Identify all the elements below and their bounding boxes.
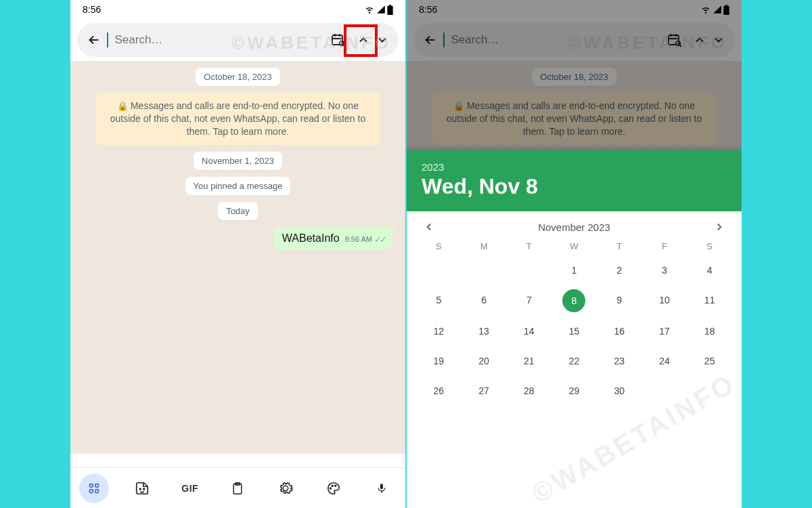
calendar-day[interactable]: 12 bbox=[416, 320, 461, 342]
message-text: WABetaInfo bbox=[282, 232, 340, 245]
svg-point-9 bbox=[143, 488, 145, 490]
next-month-button[interactable] bbox=[713, 221, 725, 233]
calendar-day[interactable]: 25 bbox=[687, 350, 732, 372]
calendar-day[interactable]: 28 bbox=[506, 380, 551, 402]
chat-area: October 18, 2023 🔒 Messages and calls ar… bbox=[70, 61, 405, 454]
calendar-day[interactable]: 11 bbox=[687, 289, 732, 312]
system-message: You pinned a message bbox=[185, 177, 291, 195]
clipboard-button[interactable] bbox=[223, 473, 252, 503]
svg-point-7 bbox=[95, 489, 99, 492]
grid-icon bbox=[87, 482, 101, 495]
date-picker-nav: November 2023 bbox=[407, 211, 742, 237]
date-separator: October 18, 2023 bbox=[196, 68, 279, 86]
calendar-day[interactable]: 18 bbox=[687, 320, 732, 342]
date-separator: Today bbox=[218, 202, 258, 220]
calendar-day[interactable]: 6 bbox=[461, 289, 507, 312]
search-input[interactable] bbox=[115, 33, 321, 47]
message-outgoing[interactable]: WABetaInfo 8:56 AM ✓✓ bbox=[274, 227, 392, 250]
wifi-icon bbox=[364, 5, 375, 14]
read-ticks-icon: ✓✓ bbox=[374, 234, 385, 245]
theme-button[interactable] bbox=[319, 473, 348, 503]
encryption-notice[interactable]: 🔒 Messages and calls are end-to-end encr… bbox=[96, 93, 380, 145]
chevron-up-icon bbox=[357, 33, 370, 47]
calendar-search-icon bbox=[330, 32, 346, 48]
phone-left: 8:56 bbox=[70, 0, 405, 508]
prev-month-button[interactable] bbox=[423, 221, 435, 233]
svg-point-12 bbox=[330, 488, 331, 489]
svg-point-14 bbox=[335, 485, 336, 486]
calendar-day[interactable]: 16 bbox=[597, 320, 642, 342]
date-picker-selected[interactable]: Wed, Nov 8 bbox=[422, 174, 727, 199]
back-button[interactable] bbox=[87, 33, 102, 47]
calendar-day[interactable]: 17 bbox=[642, 320, 687, 342]
calendar-day[interactable]: 27 bbox=[461, 380, 507, 402]
calendar-day[interactable]: 1 bbox=[551, 259, 597, 281]
svg-rect-1 bbox=[389, 5, 391, 6]
date-separator: November 1, 2023 bbox=[194, 152, 282, 170]
status-bar: 8:56 bbox=[70, 0, 405, 19]
gear-icon bbox=[278, 481, 293, 496]
calendar-day-selected[interactable]: 8 bbox=[562, 289, 585, 312]
calendar-day[interactable]: 21 bbox=[506, 350, 551, 372]
mic-icon bbox=[376, 481, 387, 496]
phone-right: 8:56 bbox=[407, 0, 742, 508]
day-of-week: W bbox=[551, 241, 597, 251]
calendar-day[interactable]: 20 bbox=[461, 350, 507, 372]
calendar-day[interactable]: 2 bbox=[597, 259, 642, 281]
encryption-text: Messages and calls are end-to-end encryp… bbox=[110, 100, 365, 137]
battery-icon bbox=[387, 5, 393, 15]
search-bar bbox=[77, 23, 399, 57]
bottom-toolbar: GIF bbox=[70, 467, 405, 508]
calendar-grid: SMTWTFS...123456789101112131415161718192… bbox=[407, 237, 742, 408]
date-picker-header: 2023 Wed, Nov 8 bbox=[407, 150, 742, 211]
sticker-button[interactable] bbox=[127, 473, 157, 503]
sticker-icon bbox=[135, 481, 150, 496]
calendar-day[interactable]: 26 bbox=[416, 380, 461, 402]
settings-button[interactable] bbox=[271, 473, 300, 503]
calendar-day[interactable]: 22 bbox=[551, 350, 597, 372]
calendar-day[interactable]: 4 bbox=[687, 259, 732, 281]
date-picker-year[interactable]: 2023 bbox=[422, 161, 727, 173]
svg-point-13 bbox=[332, 485, 333, 486]
calendar-day[interactable]: 3 bbox=[642, 259, 687, 281]
calendar-day[interactable]: 19 bbox=[416, 350, 461, 372]
calendar-search-button[interactable] bbox=[325, 27, 351, 53]
day-of-week: F bbox=[642, 241, 687, 251]
message-time: 8:56 AM bbox=[345, 235, 372, 243]
message-meta: 8:56 AM ✓✓ bbox=[345, 234, 385, 245]
svg-point-6 bbox=[90, 489, 93, 492]
clock: 8:56 bbox=[83, 4, 101, 15]
svg-point-4 bbox=[90, 484, 93, 487]
day-of-week: T bbox=[597, 241, 642, 251]
calendar-day[interactable]: 30 bbox=[597, 380, 642, 402]
calendar-day[interactable]: 24 bbox=[642, 350, 687, 372]
day-of-week: S bbox=[416, 241, 461, 251]
mic-button[interactable] bbox=[367, 473, 397, 503]
gif-button[interactable]: GIF bbox=[175, 473, 205, 503]
svg-rect-2 bbox=[332, 35, 342, 45]
status-icons bbox=[364, 5, 393, 15]
emoji-button[interactable] bbox=[79, 473, 109, 503]
calendar-day[interactable]: 9 bbox=[597, 289, 642, 312]
calendar-day[interactable]: 10 bbox=[642, 289, 687, 312]
calendar-day[interactable]: 15 bbox=[551, 320, 597, 342]
calendar-day[interactable]: 5 bbox=[416, 289, 461, 312]
text-cursor bbox=[107, 33, 108, 47]
svg-rect-0 bbox=[387, 5, 392, 14]
month-label[interactable]: November 2023 bbox=[538, 221, 610, 233]
svg-point-8 bbox=[139, 488, 141, 490]
svg-rect-15 bbox=[380, 484, 383, 489]
palette-icon bbox=[326, 481, 341, 496]
calendar-day[interactable]: 13 bbox=[461, 320, 507, 342]
search-next-button[interactable] bbox=[376, 33, 389, 47]
day-of-week: M bbox=[461, 241, 507, 251]
arrow-left-icon bbox=[87, 33, 102, 47]
calendar-day[interactable]: 14 bbox=[506, 320, 551, 342]
clipboard-icon bbox=[231, 481, 244, 496]
calendar-day[interactable]: 29 bbox=[551, 380, 597, 402]
svg-point-5 bbox=[95, 484, 99, 487]
search-prev-button[interactable] bbox=[357, 33, 370, 47]
calendar-day[interactable]: 23 bbox=[597, 350, 642, 372]
calendar-day[interactable]: 7 bbox=[506, 289, 551, 312]
day-of-week: S bbox=[687, 241, 732, 251]
